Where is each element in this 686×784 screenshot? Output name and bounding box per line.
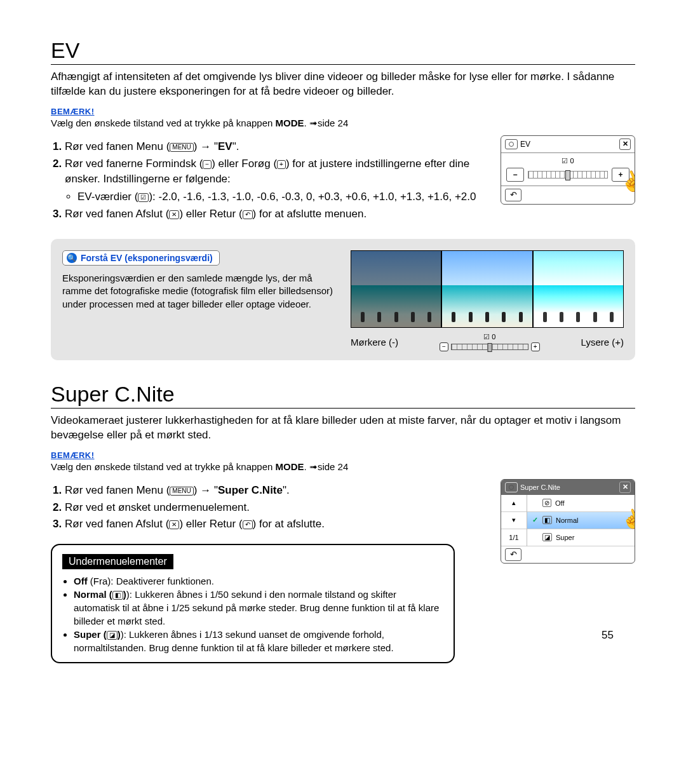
cnite-step3-b: ) eller Retur ( bbox=[179, 518, 242, 530]
super-mode-icon: ◪ bbox=[107, 631, 118, 640]
camera-icon bbox=[505, 139, 518, 149]
ev-screen-mock: EV ✕ ☑ 0 − + ↶ ☝ bbox=[501, 135, 635, 205]
return-icon: ↶ bbox=[243, 210, 253, 219]
under-super-b: Super ( bbox=[74, 629, 107, 640]
ev-step2-a: Rør ved fanerne Formindsk ( bbox=[65, 158, 203, 170]
ev-thumb-dark bbox=[351, 251, 441, 327]
under-heading: Undermenuelementer bbox=[62, 554, 173, 569]
bemark-text-cnite: Vælg den ønskede tilstand ved at trykke … bbox=[51, 461, 635, 473]
cnite-item-normal-check: ✓ bbox=[531, 516, 539, 524]
legend-minus-icon: − bbox=[440, 342, 448, 351]
cnite-intro: Videokameraet justerer lukkerhastigheden… bbox=[51, 414, 635, 443]
under-item-super: Super (◪)): Lukkeren åbnes i 1/13 sekund… bbox=[74, 628, 443, 654]
cnite-item-super-label: Super bbox=[556, 534, 574, 541]
ev-screen-title: EV bbox=[520, 140, 530, 149]
under-super-rest: ): Lukkeren åbnes i 1/13 sekund uanset d… bbox=[74, 629, 394, 653]
ev-minus-button[interactable]: − bbox=[506, 168, 524, 182]
cnite-steps: Rør ved fanen Menu (MENU) → "Super C.Nit… bbox=[51, 483, 485, 532]
ev-example-thumbs bbox=[351, 250, 624, 328]
under-normal-rest: ): Lukkeren åbnes i 1/50 sekund i den no… bbox=[74, 589, 439, 626]
ev-value-icon: ☑ bbox=[138, 193, 149, 202]
legend-plus-icon: + bbox=[531, 342, 540, 351]
under-normal-b: Normal ( bbox=[74, 589, 112, 600]
cnite-item-normal[interactable]: ✓ ◧ Normal bbox=[527, 512, 635, 529]
close-icon: ✕ bbox=[169, 210, 179, 219]
legend-slider bbox=[451, 344, 528, 350]
section-heading-ev: EV bbox=[51, 38, 635, 65]
bemark-text-ev-1: Vælg den ønskede tilstand ved at trykke … bbox=[51, 118, 276, 128]
plus-icon: + bbox=[277, 160, 286, 169]
camera-icon bbox=[505, 482, 518, 492]
cnite-step-2: Rør ved et ønsket undermenuelement. bbox=[65, 500, 485, 516]
bemark-label-ev: BEMÆRK! bbox=[51, 107, 635, 116]
ev-plus-button[interactable]: + bbox=[612, 168, 629, 182]
page-number: 55 bbox=[602, 629, 614, 642]
under-off-b: Off bbox=[74, 576, 88, 586]
ev-slider[interactable] bbox=[528, 171, 608, 179]
ev-values: EV-værdier (☑): -2.0, -1.6, -1.3, -1.0, … bbox=[77, 189, 485, 205]
cnite-item-off-label: Off bbox=[555, 499, 564, 507]
lighter-label: Lysere (+) bbox=[581, 337, 624, 348]
ev-steps: Rør ved fanen Menu (MENU) → "EV". Rør ve… bbox=[51, 139, 485, 222]
under-item-normal: Normal (◧)): Lukkeren åbnes i 1/50 sekun… bbox=[74, 588, 443, 628]
ev-info-box: 🔍 Forstå EV (eksponeringsværdi) Eksponer… bbox=[51, 239, 635, 360]
magnifier-icon: 🔍 bbox=[67, 253, 77, 263]
ev-thumb-light bbox=[534, 251, 623, 327]
ev-info-tag: 🔍 Forstå EV (eksponeringsværdi) bbox=[62, 250, 220, 266]
cnite-step-1: Rør ved fanen Menu (MENU) → "Super C.Nit… bbox=[65, 483, 485, 499]
bemark-text-ev-2: . ➟side 24 bbox=[304, 118, 349, 128]
cnite-item-normal-label: Normal bbox=[556, 517, 578, 524]
normal-icon: ◧ bbox=[542, 516, 552, 524]
cnite-step1-a: Rør ved fanen Menu ( bbox=[65, 484, 170, 496]
close-icon: ✕ bbox=[169, 520, 179, 529]
minus-icon: − bbox=[203, 160, 212, 169]
ev-info-title: Forstå EV (eksponeringsværdi) bbox=[81, 253, 213, 263]
cnite-step-3: Rør ved fanen Afslut (✕) eller Retur (↶)… bbox=[65, 517, 485, 532]
cnite-nav-down[interactable]: ▾ bbox=[501, 512, 527, 529]
cnite-item-off[interactable]: ⊘ Off bbox=[527, 495, 635, 512]
ev-back-button[interactable]: ↶ bbox=[505, 189, 521, 201]
ev-step1-c: ". bbox=[232, 140, 239, 152]
ev-step3-a: Rør ved fanen Afslut ( bbox=[65, 208, 169, 220]
bemark-mode-ev: MODE bbox=[276, 118, 304, 128]
cnite-screen-mock: Super C.Nite ✕ ▴ ▾ 1/1 ⊘ Off ✓ ◧ Normal bbox=[501, 479, 635, 564]
cnite-step3-a: Rør ved fanen Afslut ( bbox=[65, 518, 169, 530]
bemark-text-cnite-2: . ➟side 24 bbox=[304, 461, 349, 472]
ev-step1-bold: EV bbox=[218, 140, 232, 152]
bemark-text-cnite-1: Vælg den ønskede tilstand ved at trykke … bbox=[51, 461, 276, 472]
super-icon: ◪ bbox=[542, 533, 552, 541]
darker-label: Mørkere (-) bbox=[351, 337, 398, 348]
legend-value: ☑ 0 bbox=[483, 333, 495, 341]
cnite-item-super[interactable]: ◪ Super bbox=[527, 529, 635, 546]
cnite-screen-title: Super C.Nite bbox=[520, 483, 560, 491]
ev-screen-close-button[interactable]: ✕ bbox=[619, 139, 631, 150]
ev-step-3: Rør ved fanen Afslut (✕) eller Retur (↶)… bbox=[65, 206, 485, 222]
cnite-step1-c: ". bbox=[283, 484, 290, 496]
ev-values-label: EV-værdier ( bbox=[77, 191, 138, 203]
ev-step1-b: ) → " bbox=[194, 140, 218, 152]
ev-step3-c: ) for at afslutte menuen. bbox=[253, 208, 367, 220]
bemark-text-ev: Vælg den ønskede tilstand ved at trykke … bbox=[51, 118, 635, 129]
normal-mode-icon: ◧ bbox=[112, 591, 123, 600]
cnite-back-button[interactable]: ↶ bbox=[505, 548, 521, 561]
bemark-label-cnite: BEMÆRK! bbox=[51, 450, 635, 460]
cnite-page-indicator: 1/1 bbox=[501, 529, 527, 546]
ev-intro: Afhængigt af intensiteten af det omgiven… bbox=[51, 70, 635, 99]
ev-step3-b: ) eller Retur ( bbox=[179, 208, 242, 220]
ev-step-2: Rør ved fanerne Formindsk (−) eller Forø… bbox=[65, 156, 485, 205]
ev-thumb-normal bbox=[442, 251, 532, 327]
section-heading-cnite: Super C.Nite bbox=[51, 382, 635, 409]
ev-step1-a: Rør ved fanen Menu ( bbox=[65, 140, 170, 152]
under-box: Undermenuelementer Off (Fra): Deaktivere… bbox=[51, 544, 455, 663]
return-icon: ↶ bbox=[243, 520, 253, 529]
menu-icon: MENU bbox=[170, 487, 193, 496]
off-icon: ⊘ bbox=[542, 499, 551, 507]
under-off-rest: (Fra): Deaktiverer funktionen. bbox=[88, 576, 214, 586]
cnite-screen-close-button[interactable]: ✕ bbox=[619, 482, 631, 493]
cnite-step1-b: ) → " bbox=[194, 484, 218, 496]
bemark-mode-cnite: MODE bbox=[276, 461, 304, 472]
under-item-off: Off (Fra): Deaktiverer funktionen. bbox=[74, 574, 443, 588]
cnite-nav-up[interactable]: ▴ bbox=[501, 495, 527, 512]
ev-step-1: Rør ved fanen Menu (MENU) → "EV". bbox=[65, 139, 485, 155]
menu-icon: MENU bbox=[170, 143, 193, 152]
